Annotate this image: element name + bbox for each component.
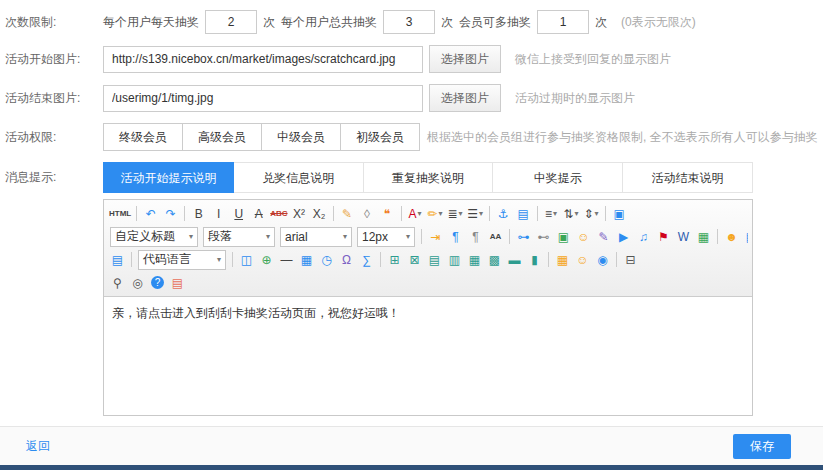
unordered-list-icon[interactable]: ☰▾: [466, 204, 485, 223]
music-icon[interactable]: ♫: [634, 227, 653, 246]
undo-icon[interactable]: ↶: [141, 204, 160, 223]
unlink-icon[interactable]: ⊷: [534, 227, 553, 246]
toolbar-separator: [605, 206, 606, 221]
redo-icon[interactable]: ↷: [161, 204, 180, 223]
align-left-icon[interactable]: ≡▾: [542, 204, 561, 223]
table-props-icon[interactable]: ▦: [553, 250, 572, 269]
end-image-url-input[interactable]: [103, 85, 423, 112]
editor-text: 亲，请点击进入到刮刮卡抽奖活动页面，祝您好运哦！: [112, 305, 744, 322]
anchor-icon[interactable]: ⚓: [494, 204, 513, 223]
snapshot-icon[interactable]: ▦: [694, 227, 713, 246]
tab-win-prize-note[interactable]: 中奖提示: [493, 162, 623, 193]
paragraph-spacing-icon[interactable]: ⇅▾: [562, 204, 581, 223]
per-day-draws-input[interactable]: [205, 10, 257, 34]
tab-redeem-info-note[interactable]: 兑奖信息说明: [234, 162, 364, 193]
scrawl-icon[interactable]: ✎: [594, 227, 613, 246]
toolbar-separator: [401, 206, 402, 221]
merge-cells-icon[interactable]: ▦: [465, 250, 484, 269]
tab-activity-end-note[interactable]: 活动结束说明: [623, 162, 753, 193]
chevron-down-icon: ▾: [189, 233, 193, 241]
time-icon[interactable]: ◷: [317, 250, 336, 269]
insert-image-icon[interactable]: ▣: [554, 227, 573, 246]
delete-row-icon[interactable]: ▬: [505, 250, 524, 269]
insert-frame-icon[interactable]: ◫: [237, 250, 256, 269]
custom-title-select[interactable]: 自定义标题▾: [110, 227, 198, 247]
insert-row-icon[interactable]: ▤: [425, 250, 444, 269]
end-image-choose-button[interactable]: 选择图片: [429, 84, 501, 112]
delete-column-icon[interactable]: ▮: [525, 250, 544, 269]
line-height-icon[interactable]: ⇕▾: [582, 204, 601, 223]
eraser-icon[interactable]: ◊: [358, 204, 377, 223]
background-color-icon[interactable]: ✏▾: [426, 204, 445, 223]
globe-icon[interactable]: ◉: [593, 250, 612, 269]
fullscreen-icon[interactable]: ▣: [610, 204, 629, 223]
underline-icon[interactable]: U: [229, 204, 248, 223]
source-code-icon[interactable]: HTML: [108, 204, 132, 223]
font-color-icon[interactable]: A▾: [406, 204, 425, 223]
template-icon[interactable]: ▤: [108, 250, 127, 269]
clear-format-icon[interactable]: ABC: [269, 204, 288, 223]
smiley-icon[interactable]: ☻: [722, 227, 741, 246]
total-draws-input[interactable]: [383, 10, 435, 34]
start-image-choose-button[interactable]: 选择图片: [429, 45, 501, 73]
permission-option-4[interactable]: 初级会员: [340, 123, 420, 151]
strikethrough-icon[interactable]: A: [249, 204, 268, 223]
count-limit-hint: (0表示无限次): [621, 14, 696, 31]
page-setup-icon[interactable]: ▤: [742, 227, 748, 246]
permission-option-2[interactable]: 高级会员: [182, 123, 262, 151]
editor-content-area[interactable]: 亲，请点击进入到刮刮卡抽奖活动页面，祝您好运哦！: [104, 297, 752, 415]
word-image-icon[interactable]: W: [674, 227, 693, 246]
end-image-label: 活动结束图片:: [5, 90, 103, 107]
bold-icon[interactable]: B: [189, 204, 208, 223]
insert-video-icon[interactable]: ▶: [614, 227, 633, 246]
blockquote-icon[interactable]: ❝: [378, 204, 397, 223]
emoji-icon[interactable]: ☺: [573, 250, 592, 269]
emotion-icon[interactable]: ☺: [574, 227, 593, 246]
italic-icon[interactable]: I: [209, 204, 228, 223]
editor-toolbar-row-1: HTML↶↷BIUAABCX²X₂✎◊❝A▾✏▾≣▾☰▾⚓▤≡▾⇅▾⇕▾▣: [108, 202, 748, 225]
back-button[interactable]: 返回: [26, 438, 50, 455]
help-icon[interactable]: ?: [148, 273, 167, 292]
font-family-select[interactable]: arial▾: [280, 227, 352, 247]
link-icon[interactable]: ⊶: [514, 227, 533, 246]
per-day-draws-label: 每个用户每天抽奖: [103, 14, 199, 31]
attachment-icon[interactable]: ⊕: [257, 250, 276, 269]
tab-repeat-draw-note[interactable]: 重复抽奖说明: [364, 162, 494, 193]
date-icon[interactable]: ▦: [297, 250, 316, 269]
print-icon[interactable]: ⊟: [621, 250, 640, 269]
draft-icon[interactable]: ▤: [168, 273, 187, 292]
new-page-icon[interactable]: ▤: [514, 204, 533, 223]
code-language-select[interactable]: 代码语言▾: [138, 250, 226, 270]
insert-table-icon[interactable]: ⊞: [385, 250, 404, 269]
search-replace-icon[interactable]: ⚲: [108, 273, 127, 292]
permission-option-3[interactable]: 中级会员: [261, 123, 341, 151]
letter-spacing-icon[interactable]: AA: [486, 227, 505, 246]
font-size-select[interactable]: 12px▾: [357, 227, 415, 247]
format-brush-icon[interactable]: ✎: [338, 204, 357, 223]
ordered-list-icon[interactable]: ≣▾: [446, 204, 465, 223]
total-draws-unit: 次: [441, 14, 453, 31]
indent-icon[interactable]: ⇥: [426, 227, 445, 246]
rtl-paragraph-icon[interactable]: ¶: [466, 227, 485, 246]
member-extra-draws-input[interactable]: [537, 10, 589, 34]
insert-column-icon[interactable]: ▥: [445, 250, 464, 269]
start-image-url-input[interactable]: [103, 46, 423, 73]
subscript-icon[interactable]: X₂: [310, 204, 329, 223]
permission-option-1[interactable]: 终级会员: [103, 123, 183, 151]
horizontal-rule-icon[interactable]: —: [277, 250, 296, 269]
toolbar-separator: [489, 206, 490, 221]
toolbar-separator: [509, 229, 510, 244]
save-button[interactable]: 保存: [733, 434, 791, 459]
tab-activity-start-note[interactable]: 活动开始提示说明: [103, 162, 234, 193]
count-limit-row: 次数限制: 每个用户每天抽奖 次 每个用户总共抽奖 次 会员可多抽奖 次 (0表…: [5, 10, 823, 34]
special-chars-icon[interactable]: Ω: [337, 250, 356, 269]
delete-table-icon[interactable]: ⊠: [405, 250, 424, 269]
map-icon[interactable]: ⚑: [654, 227, 673, 246]
chevron-down-icon: ▾: [553, 210, 557, 218]
paragraph-format-select[interactable]: 段落▾: [203, 227, 275, 247]
split-cells-icon[interactable]: ▩: [485, 250, 504, 269]
superscript-icon[interactable]: X²: [290, 204, 309, 223]
formula-icon[interactable]: ∑: [357, 250, 376, 269]
preview-icon[interactable]: ◎: [128, 273, 147, 292]
ltr-paragraph-icon[interactable]: ¶: [446, 227, 465, 246]
